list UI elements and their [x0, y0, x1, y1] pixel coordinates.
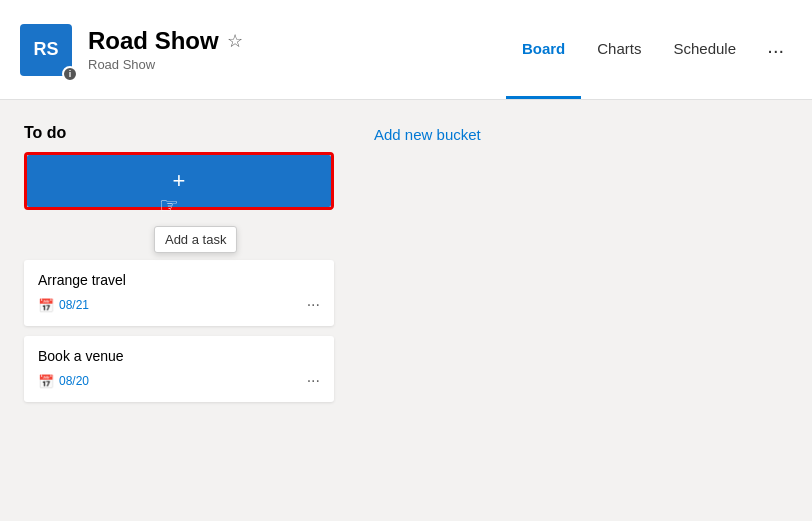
main-content: To do + ☞ Add a task Arrange travel 📅 08…	[0, 100, 812, 436]
task-more-button[interactable]: ···	[307, 296, 320, 314]
project-avatar: RS i	[20, 24, 72, 76]
plus-icon: +	[173, 168, 186, 194]
add-task-button[interactable]: +	[27, 155, 331, 207]
task-meta: 📅 08/20 ···	[38, 372, 320, 390]
task-meta: 📅 08/21 ···	[38, 296, 320, 314]
avatar-initials: RS	[33, 39, 58, 60]
tab-charts[interactable]: Charts	[581, 0, 657, 99]
add-task-wrapper: + ☞ Add a task	[24, 152, 334, 210]
tab-board[interactable]: Board	[506, 0, 581, 99]
calendar-icon: 📅	[38, 374, 54, 389]
add-new-bucket-button[interactable]: Add new bucket	[374, 126, 481, 143]
task-more-button[interactable]: ···	[307, 372, 320, 390]
more-options-button[interactable]: ···	[759, 34, 792, 65]
task-title: Book a venue	[38, 348, 320, 364]
project-title: Road Show	[88, 27, 219, 55]
task-date: 📅 08/21	[38, 298, 89, 313]
task-title: Arrange travel	[38, 272, 320, 288]
tab-schedule[interactable]: Schedule	[657, 0, 752, 99]
task-date-value: 08/21	[59, 298, 89, 312]
nav-tabs: Board Charts Schedule	[506, 0, 752, 99]
cursor-hand-icon: ☞	[159, 193, 179, 219]
todo-column: To do + ☞ Add a task Arrange travel 📅 08…	[24, 124, 334, 412]
add-task-tooltip: Add a task	[154, 226, 237, 253]
task-card-book-venue: Book a venue 📅 08/20 ···	[24, 336, 334, 402]
task-date: 📅 08/20	[38, 374, 89, 389]
app-header: RS i Road Show ☆ Road Show Board Charts …	[0, 0, 812, 100]
column-title: To do	[24, 124, 334, 142]
task-card-arrange-travel: Arrange travel 📅 08/21 ···	[24, 260, 334, 326]
add-bucket-area: Add new bucket	[374, 124, 481, 412]
calendar-icon: 📅	[38, 298, 54, 313]
info-badge: i	[62, 66, 78, 82]
favorite-star-icon[interactable]: ☆	[227, 30, 243, 52]
task-date-value: 08/20	[59, 374, 89, 388]
